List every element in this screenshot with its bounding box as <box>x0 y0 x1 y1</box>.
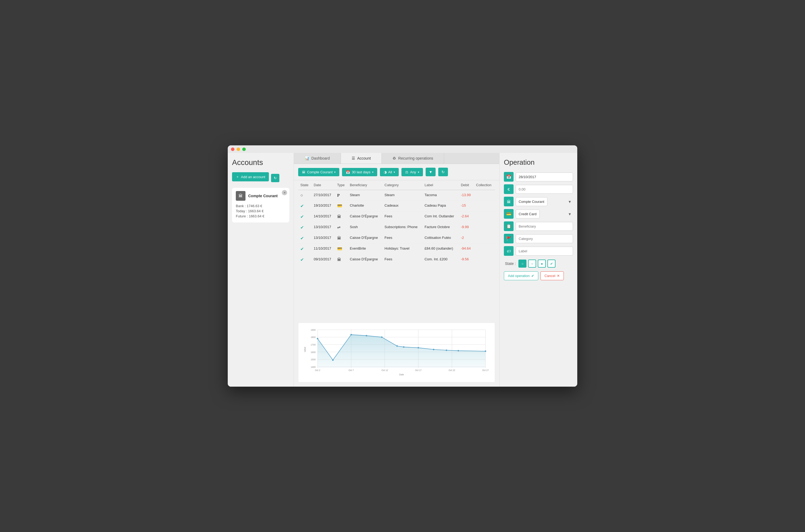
svg-text:Oct 2: Oct 2 <box>315 369 320 372</box>
cell-category: Cadeaux <box>382 201 422 211</box>
funnel-icon: ▼ <box>429 170 433 174</box>
cell-collection <box>474 222 495 233</box>
category-field-row: 🚩 <box>504 234 573 243</box>
cell-state: ✔ <box>298 211 312 222</box>
add-operation-button[interactable]: Add operation ✔ <box>504 271 538 280</box>
table-row[interactable]: ✔ 13/10/2017 ⇌ Sosh Subscriptions: Phone… <box>298 222 495 233</box>
close-button[interactable] <box>231 148 235 151</box>
cell-label: Com Int. Outlander <box>422 211 459 222</box>
action-buttons: Add operation ✔ Cancel ✕ <box>504 271 573 280</box>
cell-date: 14/10/2017 <box>312 211 335 222</box>
date-filter-button[interactable]: 📅 30 last days ▾ <box>342 168 377 176</box>
account-select[interactable]: Compte Courant <box>516 197 547 206</box>
tab-recurring[interactable]: ♻ Recurring operations <box>382 153 444 164</box>
table-row[interactable]: ✔ 14/10/2017 🏛 Caisse D'Épargne Fees Com… <box>298 211 495 222</box>
svg-text:1800: 1800 <box>311 336 316 339</box>
refresh-table-button[interactable]: ↻ <box>438 168 448 176</box>
category-input[interactable] <box>516 234 573 243</box>
account-icon-tab: ☰ <box>352 156 355 160</box>
cell-type: 💳 <box>335 201 348 211</box>
cell-label: Facture Octobre <box>422 222 459 233</box>
chart-point <box>396 345 398 347</box>
account-close-button[interactable]: ✕ <box>282 190 287 195</box>
cell-category: Steam <box>382 190 422 201</box>
chart-svg: 1900 1800 1700 1600 1500 1400 value Oct … <box>303 327 490 377</box>
table-row[interactable]: ✔ 11/10/2017 💳 EventBrite Holidays: Trav… <box>298 244 495 254</box>
cell-type: 𝐏 <box>335 190 348 201</box>
main-content: 📊 Dashboard ☰ Account ♻ Recurring operat… <box>294 153 499 387</box>
cell-date: 13/10/2017 <box>312 233 335 244</box>
chart-point <box>350 334 352 336</box>
cell-date: 19/10/2017 <box>312 201 335 211</box>
cell-collection <box>474 201 495 211</box>
svg-text:1400: 1400 <box>311 366 316 368</box>
state-option-filled[interactable]: ● <box>538 260 546 268</box>
table-row[interactable]: ○ 27/10/2017 𝐏 Steam Steam Tacoma -13.99 <box>298 190 495 201</box>
cat-caret-icon: ▾ <box>418 171 419 174</box>
state-label: State : <box>505 262 516 266</box>
state-option-circle[interactable]: ○ <box>528 260 536 268</box>
maximize-button[interactable] <box>242 148 246 151</box>
tab-dashboard[interactable]: 📊 Dashboard <box>294 153 341 164</box>
svg-text:value: value <box>304 347 306 352</box>
tab-account[interactable]: ☰ Account <box>341 153 382 164</box>
label-input[interactable] <box>516 247 573 255</box>
cell-debit: -2 <box>459 233 474 244</box>
chart-point <box>403 346 405 348</box>
col-state: State <box>298 180 312 190</box>
svg-text:Oct 7: Oct 7 <box>348 369 354 372</box>
svg-text:1600: 1600 <box>311 351 316 354</box>
col-date: Date <box>312 180 335 190</box>
cell-label: Cadeau Papa <box>422 201 459 211</box>
chart-point <box>418 347 419 349</box>
cell-date: 27/10/2017 <box>312 190 335 201</box>
cell-debit: -9.99 <box>459 222 474 233</box>
type-select-wrapper: Credit Card <box>516 210 573 218</box>
dashboard-icon: 📊 <box>305 156 309 160</box>
state-option-empty[interactable]: ○ <box>518 260 527 268</box>
amount-input[interactable] <box>516 185 573 194</box>
table-row[interactable]: ✔ 19/10/2017 💳 Charlotte Cadeaux Cadeau … <box>298 201 495 211</box>
category-filter-button[interactable]: ⚖ Any ▾ <box>401 168 423 176</box>
cell-category: Subscriptions: Phone <box>382 222 422 233</box>
minimize-button[interactable] <box>237 148 240 151</box>
label-icon: 🏷 <box>504 246 514 256</box>
table-header-row: State Date Type Beneficiary Category Lab… <box>298 180 495 190</box>
type-filter-button[interactable]: ◑ All ▾ <box>380 168 399 176</box>
card-icon: 💳 <box>504 209 514 219</box>
svg-text:1500: 1500 <box>311 358 316 361</box>
cancel-button[interactable]: Cancel ✕ <box>541 271 564 280</box>
chart-point <box>485 350 487 352</box>
table-row[interactable]: ✔ 09/10/2017 🏛 Caisse D'Épargne Fees Com… <box>298 254 495 265</box>
date-field-row: 📅 <box>504 172 573 182</box>
cell-category: Fees <box>382 254 422 265</box>
account-card-header: 🏛 Compte Courant <box>236 191 286 201</box>
cell-category: Fees <box>382 233 422 244</box>
svg-text:Date: Date <box>399 374 404 376</box>
chart-point <box>446 349 447 351</box>
sidebar-actions: ＋ Add an account ↻ <box>232 172 289 184</box>
date-input[interactable] <box>516 172 573 182</box>
cell-state: ✔ <box>298 201 312 211</box>
type-select[interactable]: Credit Card <box>516 210 539 218</box>
titlebar <box>228 145 577 153</box>
plus-icon: ＋ <box>236 174 239 179</box>
cell-collection <box>474 190 495 201</box>
add-account-button[interactable]: ＋ Add an account <box>232 172 269 182</box>
account-card: ✕ 🏛 Compte Courant Bank : 1746.63 € Toda… <box>232 188 289 223</box>
date-caret-icon: ▾ <box>372 171 373 174</box>
refresh-button[interactable]: ↻ <box>271 174 279 182</box>
beneficiary-input[interactable] <box>516 222 573 231</box>
cell-type: ⇌ <box>335 222 348 233</box>
col-beneficiary: Beneficiary <box>348 180 382 190</box>
cell-type: 🏛 <box>335 254 348 265</box>
label-field-row: 🏷 <box>504 246 573 256</box>
col-type: Type <box>335 180 348 190</box>
recurring-icon: ♻ <box>392 156 396 160</box>
cell-debit: -94.64 <box>459 244 474 254</box>
state-option-check[interactable]: ✔ <box>547 260 555 268</box>
filter-icon-button[interactable]: ▼ <box>426 168 436 176</box>
cell-state: ✔ <box>298 233 312 244</box>
table-row[interactable]: ✔ 13/10/2017 🏛 Caisse D'Épargne Fees Cot… <box>298 233 495 244</box>
account-filter-button[interactable]: 🏛 Compte Courant ▾ <box>298 168 339 176</box>
